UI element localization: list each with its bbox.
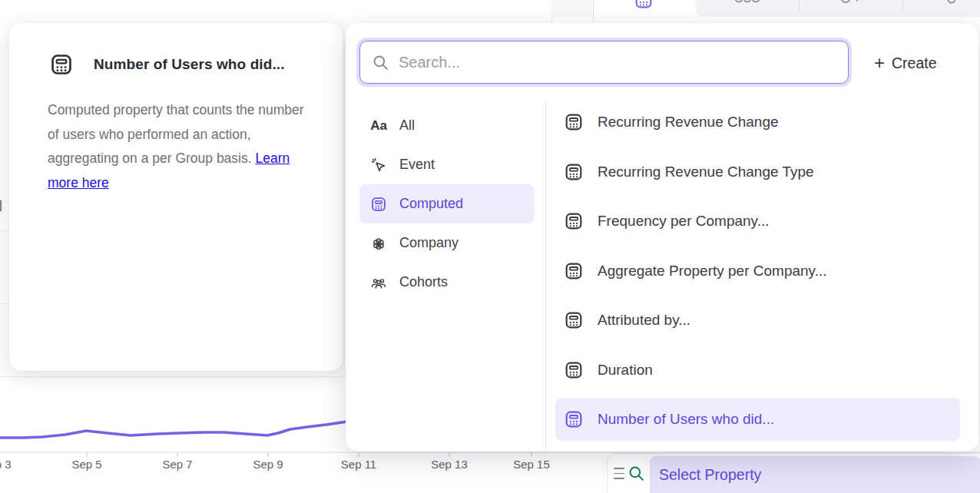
tooltip-title: Number of Users who did...	[94, 56, 285, 73]
axis-label: Sep 15	[502, 458, 561, 471]
property-list: Recurring Revenue Change Recurring Reven…	[555, 101, 960, 448]
create-button[interactable]: + Create	[874, 46, 937, 80]
property-label: Recurring Revenue Change Type	[598, 164, 814, 180]
tab-divider	[799, 0, 800, 11]
calculator-icon	[370, 196, 387, 213]
axis-label: Sep 5	[58, 458, 116, 471]
property-row[interactable]: Frequency per Company...	[555, 200, 960, 243]
axis-label: Sep 13	[420, 458, 478, 471]
calculator-icon	[564, 112, 584, 132]
text-aa-icon: Aa	[370, 118, 387, 134]
category-label: Computed	[399, 196, 463, 212]
calculator-icon	[49, 52, 74, 77]
category-label: Company	[399, 235, 459, 251]
plus-icon: +	[874, 54, 885, 72]
category-label: Event	[399, 157, 435, 173]
search-icon	[372, 54, 389, 71]
search-box	[359, 41, 849, 84]
tab-icon[interactable]	[735, 0, 760, 6]
category-all[interactable]: Aa All	[359, 106, 535, 145]
tab-divider	[902, 0, 903, 11]
category-list: Aa All Event Computed Company Cohorts	[359, 106, 535, 302]
axis-label: Sep 9	[239, 458, 297, 471]
property-row[interactable]: Duration	[555, 349, 960, 392]
category-cohorts[interactable]: Cohorts	[359, 263, 535, 302]
tab-icon[interactable]	[839, 0, 862, 7]
select-property-label: Select Property	[659, 466, 761, 484]
event-cursor-icon	[370, 157, 387, 174]
company-icon	[370, 235, 387, 252]
property-row-selected[interactable]: Number of Users who did...	[555, 398, 960, 441]
background-text-fragment: y]	[0, 198, 2, 211]
calculator-icon	[564, 360, 584, 380]
tooltip-description: Computed property that counts the number…	[9, 77, 343, 195]
query-builder-row: Select Property	[607, 453, 980, 493]
property-label: Duration	[598, 362, 653, 379]
tab-active-calculator-icon[interactable]	[634, 0, 654, 10]
search-input[interactable]	[399, 47, 848, 78]
property-tooltip-card: Number of Users who did... Computed prop…	[9, 23, 343, 371]
drag-handle-icon[interactable]	[614, 468, 624, 479]
axis-label: Sep 11	[329, 458, 388, 471]
category-event[interactable]: Event	[359, 145, 535, 184]
category-computed[interactable]: Computed	[359, 184, 535, 223]
property-row[interactable]: Recurring Revenue Change Type	[555, 151, 960, 194]
property-label: Attributed by...	[598, 312, 690, 329]
calculator-icon	[564, 211, 584, 231]
property-label: Recurring Revenue Change	[598, 114, 779, 131]
calculator-icon	[564, 310, 584, 330]
property-row[interactable]: Recurring Revenue Change	[555, 101, 960, 144]
tab-partial[interactable]	[551, 0, 593, 17]
property-search-icon[interactable]	[627, 465, 645, 482]
app-screen: Sep 3Sep 5Sep 7Sep 9Sep 11Sep 13Sep 15 y…	[0, 0, 980, 493]
calculator-icon	[564, 409, 584, 429]
axis-label: Sep 3	[0, 458, 25, 471]
tab-icon[interactable]	[945, 0, 958, 6]
category-label: Cohorts	[399, 274, 448, 290]
background-section-divider	[0, 376, 349, 377]
calculator-icon	[564, 261, 584, 281]
category-label: All	[399, 117, 415, 134]
panel-divider	[545, 102, 546, 452]
property-picker-panel: + Create Aa All Event Computed Company	[346, 23, 978, 452]
axis-label: Sep 7	[148, 458, 207, 471]
tab-boundary-line	[593, 0, 594, 22]
select-property-chip[interactable]: Select Property	[650, 456, 980, 493]
property-label: Frequency per Company...	[598, 213, 770, 230]
cohorts-icon	[370, 274, 387, 291]
property-label: Aggregate Property per Company...	[598, 263, 827, 280]
property-row[interactable]: Attributed by...	[555, 299, 960, 342]
create-button-label: Create	[892, 55, 937, 72]
property-row[interactable]: Aggregate Property per Company...	[555, 250, 960, 293]
calculator-icon	[564, 162, 584, 182]
category-company[interactable]: Company	[359, 223, 535, 263]
property-label: Number of Users who did...	[598, 411, 774, 428]
